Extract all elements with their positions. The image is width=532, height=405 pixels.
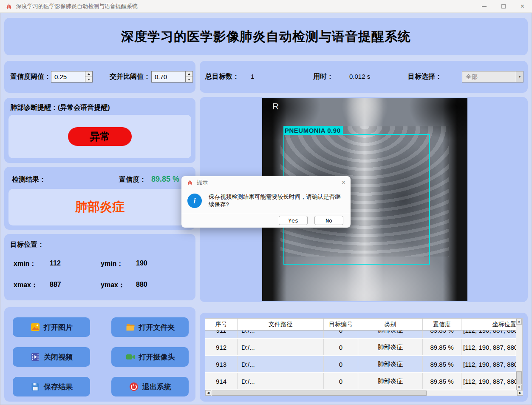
vertical-scroll-thumb[interactable]	[516, 371, 522, 384]
dialog-buttons: Yes No	[181, 213, 351, 228]
dialog-titlebar: 提示 ×	[181, 176, 351, 189]
result-confidence-label: 置信度：	[119, 175, 146, 184]
app-window: 深度学习的医学影像肺炎自动检测与语音提醒系统 × 深度学习的医学影像肺炎自动检测…	[0, 0, 532, 405]
header-confidence[interactable]: 置信度	[423, 319, 461, 330]
confidence-threshold-spinbox[interactable]: 0.25	[51, 71, 93, 83]
table-header-row: 序号 文件路径 目标编号 类别 置信度 坐标位置	[205, 319, 517, 331]
save-floppy-icon	[30, 382, 40, 392]
iou-threshold-value: 0.70	[152, 73, 185, 80]
ymax-value: 880	[136, 281, 147, 288]
elapsed-time-label: 用时：	[313, 72, 334, 81]
detection-label: PNEUMONIA 0.90	[283, 126, 343, 135]
horizontal-scroll-thumb[interactable]	[212, 391, 427, 396]
xmax-label: xmax：	[14, 281, 38, 290]
folder-icon	[125, 322, 136, 332]
minimize-icon	[482, 6, 487, 7]
xmin-label: xmin：	[14, 260, 36, 268]
minimize-button[interactable]	[475, 0, 494, 13]
open-image-button[interactable]: 打开图片	[13, 317, 90, 337]
table-row[interactable]: 913 D:/... 0 肺部炎症 89.85 % [112, 190, 887…	[205, 356, 517, 373]
iou-threshold-label: 交并比阈值：	[110, 72, 150, 81]
info-icon: i	[187, 194, 202, 208]
maximize-icon	[501, 4, 506, 9]
table-body: 911 D:/... 0 肺部炎症 89.85 % [112, 190, 887…	[205, 331, 517, 391]
results-table: 序号 文件路径 目标编号 类别 置信度 坐标位置 911 D:/... 0 肺部…	[205, 318, 523, 396]
save-results-button[interactable]: 保存结果	[13, 377, 90, 396]
target-select-label: 目标选择：	[408, 72, 442, 81]
scroll-right-arrow[interactable]: ▶	[517, 390, 523, 396]
lungs-icon	[187, 179, 193, 186]
result-label: 检测结果：	[12, 175, 46, 184]
maximize-button[interactable]	[494, 0, 513, 13]
position-panel: 目标位置： xmin： 112 ymin： 190 xmax： 887 ymax…	[4, 234, 195, 300]
lungs-icon	[5, 3, 13, 10]
result-panel: 检测结果： 置信度： 89.85 % 肺部炎症	[4, 167, 195, 230]
dialog-message: 保存视频检测结果可能需要较长时间，请确认是否继续保存?	[209, 193, 345, 208]
target-select-dropdown[interactable]: 全部 ▼	[462, 71, 524, 83]
header-file-path[interactable]: 文件路径	[238, 319, 324, 330]
ymin-label: ymin：	[101, 260, 123, 268]
window-title: 深度学习的医学影像肺炎自动检测与语音提醒系统	[16, 3, 138, 10]
video-film-icon	[30, 352, 40, 362]
diagnosis-status-box: 异常	[8, 115, 191, 158]
open-folder-button[interactable]: 打开文件夹	[111, 317, 189, 337]
xmax-value: 887	[50, 281, 61, 288]
scroll-up-arrow[interactable]: ▲	[516, 319, 522, 325]
image-icon	[30, 322, 40, 332]
page-title: 深度学习的医学影像肺炎自动检测与语音提醒系统	[121, 28, 411, 46]
no-button[interactable]: No	[314, 216, 343, 225]
horizontal-scrollbar[interactable]: ◀ ▶	[205, 390, 523, 396]
spinner-arrows[interactable]	[185, 71, 192, 82]
actions-panel: 打开图片 打开文件夹 关闭视频 打开摄像头 保存结果 退出系统	[4, 307, 195, 402]
confidence-threshold-label: 置信度阈值：	[10, 72, 51, 81]
header-target-id[interactable]: 目标编号	[324, 319, 358, 330]
header-coordinates[interactable]: 坐标位置	[461, 319, 517, 330]
iou-threshold-spinbox[interactable]: 0.70	[151, 71, 193, 83]
result-class-name: 肺部炎症	[75, 199, 125, 216]
ymin-value: 190	[136, 260, 147, 267]
title-banner: 深度学习的医学影像肺炎自动检测与语音提醒系统	[4, 18, 528, 55]
diagnosis-label: 肺部诊断提醒：(异常会语音提醒)	[10, 103, 110, 112]
exit-system-button[interactable]: 退出系统	[111, 377, 189, 396]
position-label: 目标位置：	[10, 240, 44, 249]
target-select-value: 全部	[462, 73, 516, 81]
header-seq[interactable]: 序号	[205, 319, 238, 330]
camera-icon	[125, 352, 136, 362]
window-titlebar: 深度学习的医学影像肺炎自动检测与语音提醒系统 ×	[0, 0, 532, 13]
stats-panel: 总目标数： 1 用时： 0.012 s 目标选择： 全部 ▼	[200, 61, 528, 93]
vertical-scrollbar[interactable]: ▲ ▼	[516, 319, 522, 391]
total-targets-label: 总目标数：	[205, 72, 239, 81]
xmin-value: 112	[50, 260, 61, 267]
confidence-threshold-value: 0.25	[51, 73, 85, 80]
yes-button[interactable]: Yes	[279, 216, 308, 225]
spinner-arrows[interactable]	[85, 71, 92, 82]
result-confidence-value: 89.85 %	[151, 175, 179, 184]
header-class[interactable]: 类别	[358, 319, 423, 330]
close-video-button[interactable]: 关闭视频	[13, 347, 90, 367]
table-row[interactable]: 912 D:/... 0 肺部炎症 89.85 % [112, 190, 887…	[205, 339, 517, 356]
results-table-panel: 序号 文件路径 目标编号 类别 置信度 坐标位置 911 D:/... 0 肺部…	[200, 313, 528, 402]
diagnosis-panel: 肺部诊断提醒：(异常会语音提醒) 异常	[4, 98, 195, 163]
open-camera-button[interactable]: 打开摄像头	[111, 347, 189, 367]
thresholds-panel: 置信度阈值： 0.25 交并比阈值： 0.70	[4, 61, 195, 93]
total-targets-value: 1	[251, 73, 254, 80]
dialog-title: 提示	[197, 179, 342, 186]
elapsed-time-value: 0.012 s	[349, 73, 370, 80]
scroll-left-arrow[interactable]: ◀	[205, 390, 211, 396]
orientation-marker: R	[272, 101, 279, 111]
power-icon	[129, 382, 139, 392]
close-button[interactable]: ×	[513, 0, 532, 13]
table-row[interactable]: 914 D:/... 0 肺部炎症 89.85 % [112, 190, 887…	[205, 373, 517, 390]
close-icon: ×	[521, 3, 524, 10]
chevron-down-icon: ▼	[516, 71, 523, 82]
table-row[interactable]: 911 D:/... 0 肺部炎症 89.85 % [112, 190, 887…	[205, 331, 517, 339]
dialog-body: i 保存视频检测结果可能需要较长时间，请确认是否继续保存?	[181, 189, 351, 213]
result-class-box: 肺部炎症	[8, 189, 191, 225]
confirm-dialog: 提示 × i 保存视频检测结果可能需要较长时间，请确认是否继续保存? Yes N…	[181, 176, 351, 228]
ymax-label: ymax：	[101, 281, 125, 290]
dialog-close-icon[interactable]: ×	[342, 179, 345, 186]
abnormal-status-badge: 异常	[68, 127, 132, 146]
